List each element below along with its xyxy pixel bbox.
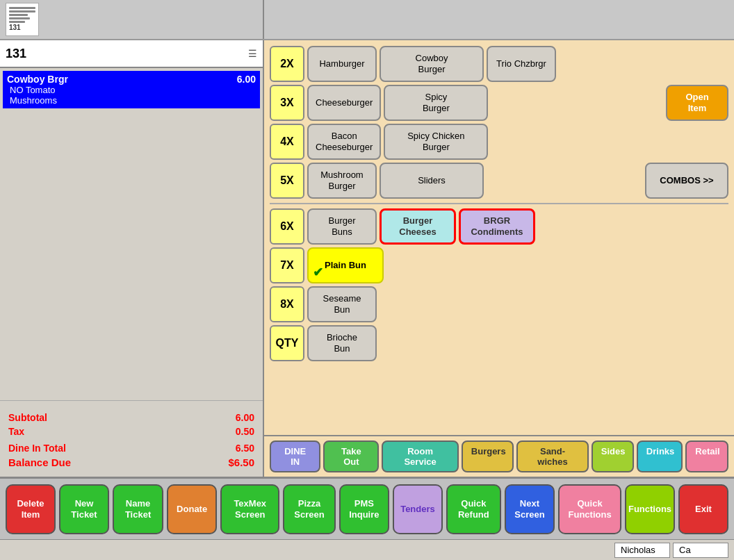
brgr-condiments-btn[interactable]: BRGRCondiments	[459, 208, 535, 245]
tab-room-service[interactable]: Room Service	[382, 440, 458, 472]
ticket-number: 131	[6, 47, 26, 61]
donate-button[interactable]: Donate	[167, 484, 217, 534]
top-right-header	[264, 0, 734, 39]
menu-row-2: 3X Cheeseburger SpicyBurger OpenItem	[270, 85, 728, 121]
spicy-burger-btn[interactable]: SpicyBurger	[384, 85, 488, 121]
exit-button[interactable]: Exit	[678, 484, 728, 534]
bottom-action-bar: Delete Item New Ticket Name Ticket Donat…	[0, 477, 734, 539]
tax-label: Tax	[8, 426, 24, 437]
balance-label: Balance Due	[8, 456, 71, 468]
order-items-list: Cowboy Brgr 6.00 NO Tomato Mushrooms	[0, 68, 263, 400]
subtotal-label: Subtotal	[8, 412, 47, 423]
plain-bun-btn[interactable]: Plain Bun ✔	[307, 247, 384, 283]
next-screen-button[interactable]: Next Screen	[505, 484, 555, 534]
ticket-header: 131 ☰	[0, 40, 263, 68]
burger-cheeses-btn[interactable]: BurgerCheeses	[380, 208, 456, 245]
top-header: 131	[0, 0, 734, 40]
item-mod-1: NO Tomato	[7, 85, 256, 95]
trio-chzbrgr-btn[interactable]: Trio Chzbrgr	[487, 46, 556, 82]
tab-sandwiches[interactable]: Sand-wiches	[516, 440, 589, 472]
spicy-chicken-burger-btn[interactable]: Spicy ChickenBurger	[384, 124, 488, 160]
menu-row-8: QTY BriocheBun	[270, 325, 728, 361]
sliders-btn[interactable]: Sliders	[380, 163, 484, 199]
name-ticket-button[interactable]: Name Ticket	[113, 484, 163, 534]
new-ticket-button[interactable]: New Ticket	[59, 484, 109, 534]
tenders-button[interactable]: Tenders	[393, 484, 443, 534]
qty-7x[interactable]: 7X	[270, 247, 304, 283]
pms-inquire-button[interactable]: PMS Inquire	[339, 484, 389, 534]
balance-value: $6.50	[228, 456, 254, 468]
seseame-bun-btn[interactable]: SeseameBun	[307, 286, 377, 322]
totals-section: Subtotal 6.00 Tax 0.50 Dine In Total 6.5…	[0, 400, 263, 477]
qty-6x[interactable]: 6X	[270, 208, 304, 245]
status-field-2: Ca	[673, 543, 728, 558]
qty-3x[interactable]: 3X	[270, 85, 304, 121]
functions-button[interactable]: Functions	[625, 484, 675, 534]
qty-8x[interactable]: 8X	[270, 286, 304, 322]
balance-row: Balance Due $6.50	[8, 456, 254, 468]
item-name: Cowboy Brgr	[7, 74, 68, 85]
quick-functions-button[interactable]: Quick Functions	[558, 484, 621, 534]
menu-grid: 2X Hamburger CowboyBurger Trio Chzbrgr 3…	[264, 40, 734, 435]
tab-dine-in[interactable]: DINE IN	[270, 440, 320, 472]
tax-value: 0.50	[236, 426, 254, 437]
dine-in-row: Dine In Total 6.50	[8, 443, 254, 454]
burger-buns-btn[interactable]: BurgerBuns	[307, 208, 377, 245]
menu-row-1: 2X Hamburger CowboyBurger Trio Chzbrgr	[270, 46, 728, 82]
receipt-number: 131	[9, 24, 35, 31]
order-item[interactable]: Cowboy Brgr 6.00 NO Tomato Mushrooms	[3, 71, 260, 108]
tab-burgers[interactable]: Burgers	[462, 440, 514, 472]
top-left-header: 131	[0, 0, 264, 39]
cowboy-burger-btn[interactable]: CowboyBurger	[380, 46, 484, 82]
dine-in-value: 6.50	[236, 443, 254, 454]
qty-5x[interactable]: 5X	[270, 163, 304, 199]
tab-take-out[interactable]: Take Out	[323, 440, 379, 472]
qty-qty[interactable]: QTY	[270, 325, 304, 361]
left-panel: 131 ☰ Cowboy Brgr 6.00 NO Tomato Mushroo…	[0, 40, 264, 477]
quick-refund-button[interactable]: Quick Refund	[446, 484, 501, 534]
texmex-screen-button[interactable]: TexMex Screen	[220, 484, 279, 534]
item-name-price: Cowboy Brgr 6.00	[7, 74, 256, 85]
menu-row-4: 5X MushroomBurger Sliders COMBOS >>	[270, 163, 728, 199]
mushroom-burger-btn[interactable]: MushroomBurger	[307, 163, 377, 199]
open-item-btn[interactable]: OpenItem	[666, 85, 728, 121]
menu-row-3: 4X BaconCheeseburger Spicy ChickenBurger	[270, 124, 728, 160]
bacon-cheeseburger-btn[interactable]: BaconCheeseburger	[307, 124, 381, 160]
cheeseburger-btn[interactable]: Cheeseburger	[307, 85, 381, 121]
pizza-screen-button[interactable]: Pizza Screen	[283, 484, 335, 534]
right-panel: 2X Hamburger CowboyBurger Trio Chzbrgr 3…	[264, 40, 734, 477]
delete-item-button[interactable]: Delete Item	[6, 484, 56, 534]
tax-row: Tax 0.50	[8, 426, 254, 437]
user-field: Nicholas	[614, 543, 670, 558]
status-bar: Nicholas Ca	[0, 539, 734, 560]
menu-row-7: 8X SeseameBun	[270, 286, 728, 322]
subtotal-value: 6.00	[236, 412, 254, 423]
brioche-bun-btn[interactable]: BriocheBun	[307, 325, 377, 361]
dine-in-label: Dine In Total	[8, 443, 66, 454]
item-mod-2: Mushrooms	[7, 95, 256, 106]
menu-row-5: 6X BurgerBuns BurgerCheeses BRGRCondimen…	[270, 208, 728, 245]
tab-sides[interactable]: Sides	[592, 440, 634, 472]
tab-drinks[interactable]: Drinks	[637, 440, 683, 472]
category-tabs: DINE IN Take Out Room Service Burgers Sa…	[264, 435, 734, 477]
qty-4x[interactable]: 4X	[270, 124, 304, 160]
tab-retail[interactable]: Retail	[685, 440, 728, 472]
qty-2x[interactable]: 2X	[270, 46, 304, 82]
combos-btn[interactable]: COMBOS >>	[645, 163, 728, 199]
hamburger-btn[interactable]: Hamburger	[307, 46, 377, 82]
subtotal-row: Subtotal 6.00	[8, 412, 254, 423]
receipt-icon: 131	[6, 3, 39, 36]
ticket-icon: ☰	[248, 48, 257, 59]
item-price: 6.00	[237, 74, 256, 85]
menu-row-6: 7X Plain Bun ✔	[270, 247, 728, 283]
main-content: 131 ☰ Cowboy Brgr 6.00 NO Tomato Mushroo…	[0, 40, 734, 477]
